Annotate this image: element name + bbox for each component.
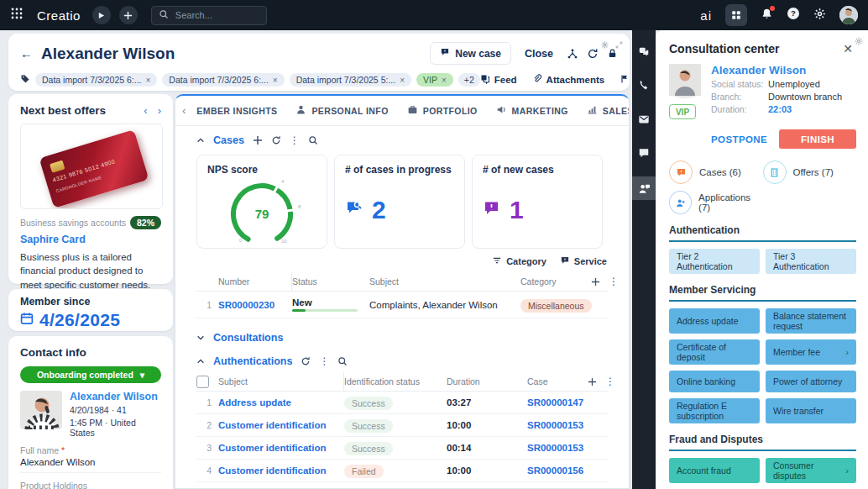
case-row[interactable]: 1 SR00000230 New Complaints, Alexander W… <box>196 292 608 318</box>
contact-name-link[interactable]: Alexander Wilson <box>70 391 161 402</box>
postpone-button[interactable]: POSTPONE <box>711 134 767 145</box>
kebab-menu-icon[interactable]: ⋮ <box>609 276 619 287</box>
new-case-button[interactable]: New case <box>430 42 511 65</box>
certificate-of-deposit-button[interactable]: Certificate of deposit <box>669 339 760 365</box>
auth-subject-link[interactable]: Customer identification <box>218 465 344 476</box>
auth-subject-link[interactable]: Customer identification <box>218 443 344 453</box>
add-case-icon[interactable] <box>253 135 263 145</box>
col-subject[interactable]: Subject <box>218 372 344 391</box>
chat-icon[interactable] <box>632 141 656 165</box>
kebab-menu-icon[interactable]: ⋮ <box>605 376 615 386</box>
add-new-button[interactable] <box>119 6 138 24</box>
cases-link[interactable]: Cases (6) <box>669 160 763 184</box>
tab-member-insights[interactable]: EMBER INSIGHTS <box>187 96 286 125</box>
regulation-e-subscription-button[interactable]: Regulation E subscription <box>669 398 760 423</box>
consultation-name-link[interactable]: Alexander Wilson <box>711 64 856 76</box>
tag-chip[interactable]: Data import 7/3/2025 6:...× <box>162 73 284 87</box>
close-button[interactable]: Close <box>520 45 558 63</box>
offer-product-link[interactable]: Saphire Card <box>20 234 161 245</box>
chats-icon[interactable] <box>632 40 656 64</box>
prev-offer-icon[interactable]: ‹ <box>144 104 147 117</box>
tag-icon[interactable] <box>20 72 30 87</box>
agent-desktop-icon[interactable] <box>632 176 656 200</box>
refresh-icon[interactable] <box>271 135 281 145</box>
more-tags-chip[interactable]: +2 <box>458 73 480 87</box>
kebab-menu-icon[interactable]: ⋮ <box>290 135 300 145</box>
expand-icon[interactable] <box>615 37 623 52</box>
collapse-up-icon[interactable] <box>196 357 205 365</box>
power-of-attorney-button[interactable]: Power of attorney <box>766 371 856 392</box>
consultations-section-title[interactable]: Consultations <box>213 332 283 344</box>
col-category[interactable]: Category <box>520 272 591 291</box>
settings-gear-icon[interactable] <box>813 8 826 24</box>
tier2-authentication-button[interactable]: Tier 2 Authentication <box>669 249 760 274</box>
online-banking-button[interactable]: Online banking <box>669 371 760 392</box>
auth-subject-link[interactable]: Customer identification <box>218 420 344 430</box>
tab-portfolio[interactable]: PORTFOLIO <box>398 96 487 125</box>
add-column-icon[interactable] <box>591 277 600 287</box>
collapse-up-icon[interactable] <box>196 136 205 145</box>
auth-row[interactable]: 2 Customer identification Success 10:00 … <box>196 414 608 437</box>
col-duration[interactable]: Duration <box>447 372 527 391</box>
kebab-menu-icon[interactable]: ⋮ <box>319 356 329 366</box>
remove-tag-icon[interactable]: × <box>273 76 278 85</box>
balance-statement-request-button[interactable]: Balance statement request <box>766 308 856 334</box>
attachments-link[interactable]: Attachments <box>532 74 605 86</box>
search-icon[interactable] <box>308 135 318 145</box>
remove-tag-icon[interactable]: × <box>400 76 405 85</box>
process-map-icon[interactable] <box>567 48 578 60</box>
user-avatar[interactable] <box>839 6 858 24</box>
auth-subject-link[interactable]: Address update <box>218 397 344 408</box>
col-identification-status[interactable]: Identification status <box>344 372 447 391</box>
tag-chip[interactable]: Data import 7/3/2025 6:...× <box>35 73 157 87</box>
auth-row[interactable]: 1 Address update Success 03:27 SR0000014… <box>196 392 608 414</box>
tag-chip-vip[interactable]: VIP× <box>416 73 453 87</box>
refresh-icon[interactable] <box>301 356 311 366</box>
auth-case-link[interactable]: SR00000147 <box>527 397 588 408</box>
auth-row[interactable]: 3 Customer identification Success 00:14 … <box>196 437 608 460</box>
offers-link[interactable]: Offers (7) <box>763 160 857 184</box>
panel-settings-gear-icon[interactable] <box>855 34 863 49</box>
tabs-scroll-left-icon[interactable]: ‹ <box>180 104 187 117</box>
search-input[interactable] <box>174 9 253 21</box>
member-fee-button[interactable]: Member fee› <box>766 339 856 365</box>
collapse-down-icon[interactable] <box>196 334 205 342</box>
full-name-value[interactable]: Alexander Wilson <box>20 457 161 473</box>
wire-transfer-button[interactable]: Wire transfer <box>766 398 856 423</box>
col-status[interactable]: Status <box>292 272 369 291</box>
page-settings-gear-icon[interactable] <box>601 37 609 52</box>
col-case[interactable]: Case <box>527 372 588 391</box>
address-update-button[interactable]: Address update <box>669 308 760 334</box>
consumer-disputes-button[interactable]: Consumer disputes› <box>766 458 856 483</box>
tab-marketing[interactable]: MARKETING <box>487 96 578 125</box>
service-filter[interactable]: Service <box>560 255 607 267</box>
tab-sales[interactable]: SALES <box>578 96 630 125</box>
search-icon[interactable] <box>337 356 348 366</box>
help-icon[interactable]: ? <box>787 7 800 24</box>
auth-case-link[interactable]: SR00000153 <box>527 420 588 430</box>
cases-section-title[interactable]: Cases <box>213 134 244 146</box>
tag-chip[interactable]: Data import 7/3/2025 5:...× <box>290 73 411 87</box>
tab-personal-info[interactable]: PERSONAL INFO <box>286 96 397 125</box>
auth-case-link[interactable]: SR00000156 <box>527 465 588 476</box>
auth-row[interactable]: 4 Customer identification Failed 10:00 S… <box>196 460 608 482</box>
remove-tag-icon[interactable]: × <box>442 76 447 85</box>
add-column-icon[interactable] <box>588 377 597 386</box>
category-filter[interactable]: Category <box>492 255 546 267</box>
remove-tag-icon[interactable]: × <box>145 76 150 85</box>
account-fraud-button[interactable]: Account fraud <box>669 458 760 483</box>
onboarding-status-button[interactable]: Onboarding completed ▾ <box>20 366 161 383</box>
notifications-bell-icon[interactable] <box>761 8 773 24</box>
col-number[interactable]: Number <box>218 272 292 291</box>
authentications-section-title[interactable]: Authentications <box>213 355 292 367</box>
select-all-checkbox[interactable] <box>196 376 209 388</box>
ai-logo[interactable]: ai <box>700 8 712 23</box>
col-subject[interactable]: Subject <box>369 272 520 291</box>
back-arrow-icon[interactable]: ← <box>20 46 33 60</box>
refresh-icon[interactable] <box>587 48 599 60</box>
run-process-button[interactable] <box>92 6 111 24</box>
case-number-link[interactable]: SR00000230 <box>218 300 292 310</box>
feed-link[interactable]: Feed <box>480 74 517 86</box>
panels-toggle-button[interactable] <box>725 4 747 26</box>
finish-button[interactable]: FINISH <box>779 129 856 149</box>
